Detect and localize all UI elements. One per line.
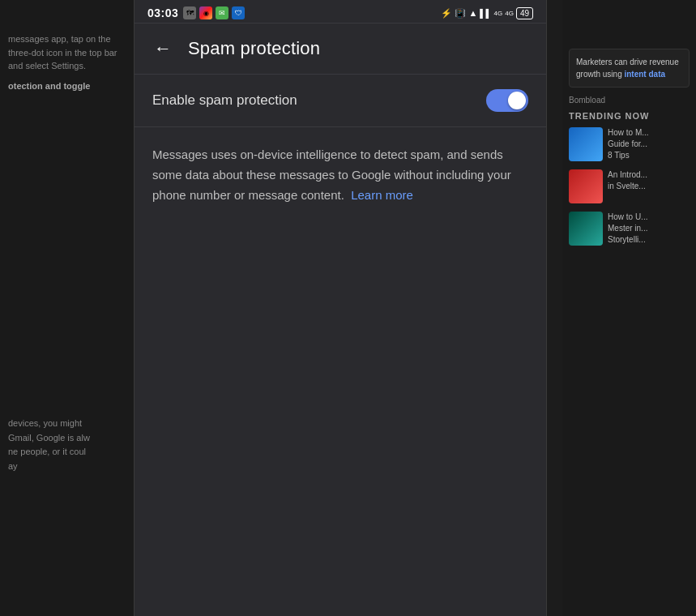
trending-thumb-2 (569, 169, 603, 203)
bluetooth-icon: ⚡ (441, 8, 452, 19)
battery-indicator: 49 (516, 7, 533, 19)
phone-modal: 03:03 🗺 ◉ ✉ 🛡 ⚡ 📳 ▲ ▌▌ 4G 4G 49 ← (134, 0, 547, 616)
shield-icon: 🛡 (232, 6, 245, 19)
trending-item-3: How to U...Mester in...Storytelli... (569, 212, 690, 246)
trending-text-3: How to U...Mester in...Storytelli... (608, 212, 647, 246)
page-title: Spam protection (188, 38, 320, 59)
trending-thumb-3 (569, 212, 603, 246)
bombload-label: Bombload (569, 96, 690, 105)
bg-left-bottom3: ne people, or it coul (8, 445, 126, 460)
trending-text-1: How to M...Guide for...8 Tips (608, 127, 649, 161)
learn-more-link[interactable]: Learn more (351, 188, 413, 202)
signal-icon1: ▌▌ (480, 9, 491, 18)
spam-protection-toggle[interactable] (486, 89, 528, 112)
status-time: 03:03 (147, 6, 178, 19)
system-icons: ⚡ 📳 ▲ ▌▌ 4G 4G 49 (441, 7, 533, 19)
signal-icon2: 4G (494, 10, 503, 17)
bg-left-highlight: otection and toggle (8, 81, 90, 91)
trending-item-2: An Introd...in Svelte... (569, 169, 690, 203)
app-icons: 🗺 ◉ ✉ 🛡 (183, 6, 245, 19)
vibrate-icon: 📳 (455, 8, 466, 19)
signal-icon3: 4G (505, 10, 514, 17)
trending-item-1: How to M...Guide for...8 Tips (569, 127, 690, 161)
bg-left-bottom4: ay (8, 460, 126, 474)
trending-thumb-1 (569, 127, 603, 161)
bg-left-text1: messages app, tap on the three-dot icon … (8, 34, 117, 71)
content-area: Enable spam protection Messages uses on-… (135, 75, 546, 616)
intent-data-highlight: intent data (624, 70, 665, 79)
back-button[interactable]: ← (151, 36, 175, 61)
toggle-knob (508, 92, 526, 109)
page-header: ← Spam protection (135, 24, 546, 74)
status-bar: 03:03 🗺 ◉ ✉ 🛡 ⚡ 📳 ▲ ▌▌ 4G 4G 49 (135, 0, 546, 23)
bg-left-bottom2: Gmail, Google is alw (8, 431, 126, 446)
bg-left-bottom1: devices, you might (8, 417, 126, 431)
chat-icon: ✉ (216, 6, 228, 19)
description-area: Messages uses on-device intelligence to … (135, 127, 546, 213)
toggle-label: Enable spam protection (152, 92, 297, 109)
map-icon: 🗺 (183, 6, 196, 19)
marketers-box: Marketers can drive revenue growth using… (569, 49, 690, 88)
description-text: Messages uses on-device intelligence to … (152, 145, 528, 205)
marketers-text: Marketers can drive revenue growth using… (576, 58, 679, 79)
spam-protection-toggle-row[interactable]: Enable spam protection (135, 75, 546, 126)
right-sidebar: Marketers can drive revenue growth using… (562, 0, 696, 616)
trending-text-2: An Introd...in Svelte... (608, 169, 647, 192)
wifi-icon: ▲ (468, 8, 477, 18)
instagram-icon: ◉ (199, 6, 212, 19)
trending-label: TRENDING NOW (569, 111, 690, 121)
